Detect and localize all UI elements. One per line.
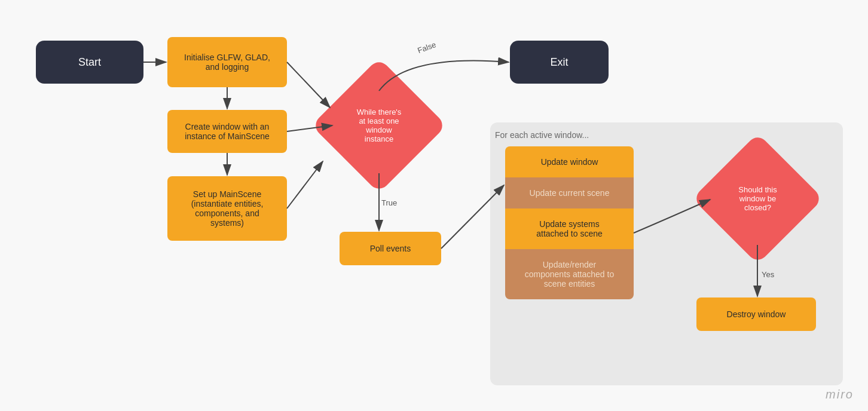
- update-render-box: Update/render components attached to sce…: [505, 249, 634, 299]
- update-window-box: Update window: [505, 146, 634, 177]
- svg-line-5: [287, 161, 323, 208]
- exit-node: Exit: [510, 41, 609, 84]
- should-close-diamond: Should this window be closed?: [692, 133, 823, 264]
- loop-label: For each active window...: [495, 130, 589, 140]
- yes-label: Yes: [762, 270, 774, 279]
- destroy-window-node: Destroy window: [696, 297, 816, 331]
- canvas: For each active window... Start Initiali…: [0, 0, 868, 411]
- start-node: Start: [36, 41, 143, 84]
- create-window-node: Create window with an instance of MainSc…: [167, 110, 287, 153]
- init-node: Initialise GLFW, GLAD, and logging: [167, 37, 287, 87]
- miro-label: miro: [826, 388, 854, 401]
- false-label: False: [416, 40, 437, 55]
- true-label: True: [381, 198, 397, 207]
- svg-line-6: [287, 62, 330, 108]
- update-scene-box: Update current scene: [505, 177, 634, 208]
- while-diamond: While there's at least one window instan…: [311, 58, 447, 193]
- stack-container: Update window Update current scene Updat…: [505, 146, 634, 299]
- update-systems-box: Update systems attached to scene: [505, 208, 634, 249]
- setup-main-node: Set up MainScene (instantiate entities, …: [167, 176, 287, 241]
- poll-events-node: Poll events: [340, 232, 441, 265]
